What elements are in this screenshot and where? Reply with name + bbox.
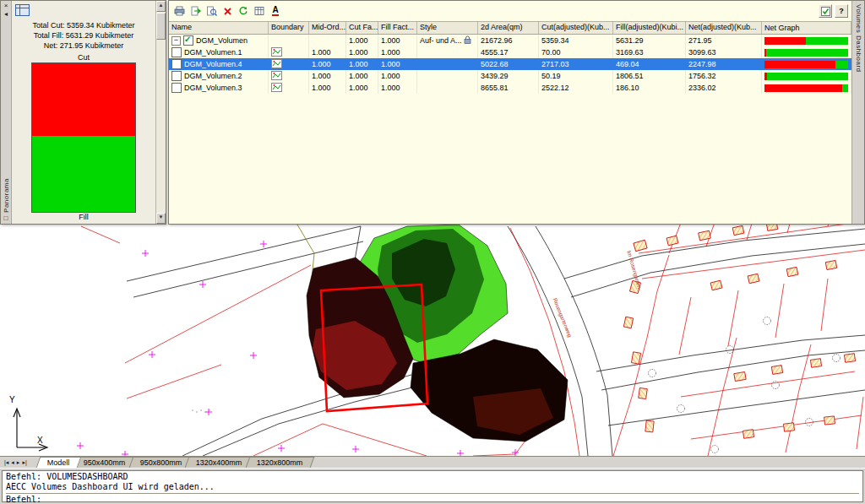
net-graph-cell — [762, 70, 851, 82]
table-row[interactable]: DGM_Volumen.4 1.000 1.000 1.000 5022.68 … — [169, 58, 851, 70]
prev-tab-icon[interactable]: ◂ — [11, 459, 14, 466]
table-row[interactable]: DGM_Volumen.3 1.000 1.000 1.000 8655.81 … — [169, 82, 851, 94]
dashboard-toolbar: A ? — [169, 1, 851, 22]
fill-factor-value: 1.000 — [378, 58, 417, 70]
scrollbar-thumb[interactable] — [156, 13, 166, 40]
column-header-boundary[interactable]: Boundary — [269, 22, 309, 34]
row-checkbox[interactable] — [171, 47, 182, 57]
ucs-x-label: X — [37, 436, 43, 445]
area-value: 3439.29 — [478, 70, 539, 82]
cut-value: 2522.12 — [539, 82, 613, 94]
dashboard-view-icon[interactable] — [15, 4, 30, 16]
total-fill-text: Total Fill: 5631.29 Kubikmeter — [14, 30, 154, 41]
column-header-name[interactable]: Name — [169, 22, 269, 34]
surface-name: DGM_Volumen.2 — [184, 72, 242, 80]
column-header-cut-factor[interactable]: Cut Fa... — [346, 22, 378, 34]
command-prompt[interactable]: Befehl: — [6, 493, 859, 504]
boundary-icon[interactable] — [271, 71, 282, 82]
command-window[interactable]: Befehl: VOLUMESDASHBOARD AECC Volumes Da… — [2, 470, 863, 502]
cut-fill-chart: Cut Fill — [12, 53, 155, 224]
style-cell — [417, 82, 478, 94]
row-checkbox[interactable] — [171, 71, 182, 81]
boundary-icon[interactable] — [271, 83, 282, 94]
tab-950x400[interactable]: 950x400mm — [73, 457, 137, 468]
style-cell: Auf- und A... — [417, 35, 478, 46]
fill-factor-value: 1.000 — [378, 70, 417, 82]
table-edit-button[interactable] — [253, 5, 266, 18]
column-header-cut[interactable]: Cut(adjusted)(Kub... — [539, 22, 613, 34]
scrollbar-track — [156, 41, 166, 213]
cut-value: 50.19 — [539, 70, 613, 82]
help-button[interactable]: ? — [835, 4, 848, 18]
tab-1320x800[interactable]: 1320x800mm — [245, 457, 313, 468]
refresh-button[interactable] — [237, 5, 250, 18]
column-header-net-graph[interactable]: Net Graph — [762, 22, 851, 34]
print-button[interactable] — [172, 5, 186, 18]
style-cell — [417, 58, 478, 70]
column-header-mid-ordinate[interactable]: Mid-Ord... — [309, 22, 346, 34]
cut-factor-value: 1.000 — [346, 70, 378, 82]
next-tab-icon[interactable]: ▸ — [17, 459, 20, 466]
collapse-icon[interactable]: ◂ — [2, 10, 10, 19]
preview-button[interactable] — [204, 5, 218, 18]
table-row[interactable]: DGM_Volumen.1 1.000 1.000 1.000 4555.17 … — [169, 46, 851, 58]
row-checkbox[interactable] — [171, 59, 182, 69]
net-graph-bar-fill — [767, 73, 848, 80]
fill-value: 3169.63 — [613, 46, 686, 58]
net-graph-bar-fill — [806, 37, 848, 45]
table-row[interactable]: − DGM_Volumen 1.000 1.000 Auf- und A... — [169, 35, 851, 46]
export-button[interactable] — [188, 5, 202, 18]
style-cell — [417, 46, 478, 58]
boundary-cell — [269, 46, 309, 58]
first-tab-icon[interactable]: |◂ — [4, 459, 8, 466]
fill-label: Fill — [79, 213, 89, 222]
scroll-up-icon[interactable]: ▲ — [156, 1, 166, 12]
tab-1320x400[interactable]: 1320x400mm — [185, 457, 253, 468]
area-value: 4555.17 — [478, 46, 539, 58]
command-line-area: Befehl: VOLUMESDASHBOARD AECC Volumes Da… — [0, 468, 865, 504]
cut-factor-value: 1.000 — [346, 35, 378, 46]
column-header-style[interactable]: Style — [417, 22, 478, 34]
column-header-fill-factor[interactable]: Fill Fact... — [378, 22, 417, 34]
boundary-icon[interactable] — [271, 59, 282, 70]
annotate-letter: A — [272, 6, 278, 16]
cut-value: 5359.34 — [539, 35, 613, 46]
volume-stats: Total Cut: 5359.34 Kubikmeter Total Fill… — [12, 19, 155, 53]
boundary-icon[interactable] — [271, 47, 282, 58]
dashboard-title-strip: Volumes Dashboard — [851, 1, 864, 224]
surface-name: DGM_Volumen — [196, 36, 248, 45]
tab-950x800[interactable]: 950x800mm — [128, 457, 193, 468]
scroll-down-icon[interactable]: ▼ — [156, 213, 166, 224]
surface-name: DGM_Volumen.1 — [184, 48, 242, 57]
surface-name: DGM_Volumen.4 — [184, 60, 242, 68]
houses — [623, 222, 855, 439]
volumes-table: Name Boundary Mid-Ord... Cut Fa... Fill … — [169, 22, 851, 224]
dashboard-strip-label: Volumes Dashboard — [855, 4, 862, 73]
layout-tab-bar: |◂ ◂ ▸ ▸| Modell 950x400mm 950x800mm 132… — [0, 456, 865, 468]
volumes-dashboard-panel: A ? Name Boundary Mid-Ord... Cut Fa... F… — [168, 0, 865, 225]
panorama-scrollbar[interactable]: ▲ ▼ — [155, 1, 166, 224]
table-row[interactable]: DGM_Volumen.2 1.000 1.000 1.000 3439.29 … — [169, 70, 851, 82]
layout-tabs: Modell 950x400mm 950x800mm 1320x400mm 13… — [38, 457, 308, 468]
row-checkbox[interactable] — [171, 83, 182, 93]
ucs-y-label: Y — [9, 395, 15, 404]
style-lock-icon — [464, 35, 471, 46]
delete-button[interactable] — [220, 5, 234, 18]
command-history-line: Befehl: VOLUMESDASHBOARD — [6, 472, 859, 482]
tree-collapse-icon[interactable]: − — [171, 36, 181, 46]
annotate-button[interactable]: A — [269, 5, 282, 18]
row-checkbox[interactable] — [183, 35, 193, 46]
column-header-net[interactable]: Net(adjusted)(Kub... — [686, 22, 762, 34]
panorama-panel: × ◂ Panorama □ Total Cut: 5359.34 Kubikm… — [0, 0, 166, 225]
apply-check-button[interactable] — [819, 4, 832, 18]
cut-value: 70.00 — [539, 46, 613, 58]
table-header: Name Boundary Mid-Ord... Cut Fa... Fill … — [169, 22, 851, 35]
tab-modell[interactable]: Modell — [35, 457, 80, 468]
column-header-area[interactable]: 2d Area(qm) — [478, 22, 539, 34]
panorama-menu-icon[interactable]: □ — [2, 214, 10, 223]
close-icon[interactable]: × — [2, 2, 10, 10]
net-graph-bar-fill — [766, 49, 848, 57]
last-tab-icon[interactable]: ▸| — [22, 459, 26, 466]
column-header-fill[interactable]: Fill(adjusted)(Kubi... — [613, 22, 686, 34]
surface-name: DGM_Volumen.3 — [184, 84, 242, 92]
